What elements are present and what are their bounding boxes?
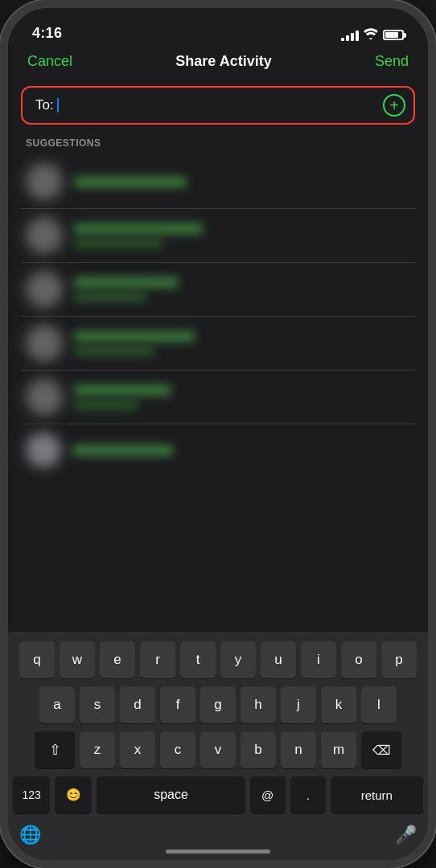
wifi-icon <box>364 28 378 42</box>
avatar <box>26 271 63 308</box>
key-k[interactable]: k <box>321 686 356 723</box>
to-label: To: <box>35 97 54 113</box>
at-key[interactable]: @ <box>250 776 286 813</box>
key-g[interactable]: g <box>200 686 236 723</box>
to-field[interactable]: To: <box>21 86 415 125</box>
text-cursor <box>57 98 59 113</box>
contact-name <box>74 277 179 288</box>
avatar <box>26 432 61 468</box>
key-y[interactable]: y <box>220 641 256 678</box>
to-field-container: To: + <box>21 86 415 125</box>
period-key[interactable]: . <box>290 776 326 813</box>
space-key[interactable]: space <box>97 776 245 813</box>
key-o[interactable]: o <box>341 641 376 678</box>
key-w[interactable]: w <box>60 641 95 678</box>
key-c[interactable]: c <box>160 731 195 768</box>
phone-inner: 4:16 Cancel Sh <box>8 8 428 860</box>
key-z[interactable]: z <box>80 731 115 768</box>
list-item[interactable] <box>21 371 415 424</box>
key-h[interactable]: h <box>241 686 276 723</box>
signal-bars-icon <box>341 30 359 41</box>
list-item[interactable] <box>21 209 415 263</box>
microphone-icon[interactable]: 🎤 <box>395 825 417 845</box>
list-item[interactable] <box>21 263 415 317</box>
contact-detail <box>74 239 162 248</box>
key-x[interactable]: x <box>120 731 155 768</box>
key-l[interactable]: l <box>361 686 397 723</box>
key-n[interactable]: n <box>281 731 316 768</box>
avatar <box>26 217 63 254</box>
avatar <box>26 325 63 362</box>
home-indicator <box>166 850 270 854</box>
contact-detail <box>74 346 154 355</box>
key-m[interactable]: m <box>321 731 356 768</box>
contact-name <box>74 331 195 342</box>
shift-key[interactable]: ⇧ <box>35 731 75 768</box>
add-recipient-button[interactable]: + <box>383 94 405 117</box>
numbers-key[interactable]: 123 <box>13 776 50 813</box>
suggestions-list <box>8 155 428 476</box>
key-s[interactable]: s <box>80 686 115 723</box>
keyboard-row-1: q w e r t y u i o p <box>13 641 423 678</box>
list-item[interactable] <box>21 317 415 371</box>
status-time: 4:16 <box>32 25 62 42</box>
delete-key[interactable]: ⌫ <box>361 731 401 768</box>
contact-name <box>72 445 173 456</box>
keyboard: q w e r t y u i o p a s d f g h j k <box>8 632 428 860</box>
status-icons <box>341 28 404 42</box>
send-button[interactable]: Send <box>375 53 409 70</box>
key-t[interactable]: t <box>180 641 216 678</box>
emoji-key[interactable]: 😊 <box>55 776 92 813</box>
contact-name <box>74 385 171 395</box>
keyboard-bottom: 🌐 🎤 <box>13 821 423 854</box>
phone-frame: 4:16 Cancel Sh <box>0 0 436 868</box>
key-p[interactable]: p <box>381 641 417 678</box>
return-key[interactable]: return <box>331 776 423 813</box>
avatar <box>26 379 63 416</box>
nav-bar: Cancel Share Activity Send <box>8 48 428 81</box>
contact-name <box>74 223 203 234</box>
notch <box>150 8 286 35</box>
contact-detail <box>74 400 138 409</box>
battery-icon <box>383 30 404 40</box>
avatar <box>26 163 63 200</box>
keyboard-row-2: a s d f g h j k l <box>13 686 423 723</box>
list-item[interactable] <box>21 424 415 476</box>
page-title: Share Activity <box>175 53 271 70</box>
list-item[interactable] <box>21 155 415 209</box>
key-d[interactable]: d <box>120 686 155 723</box>
key-v[interactable]: v <box>200 731 236 768</box>
key-u[interactable]: u <box>261 641 296 678</box>
keyboard-row-3: ⇧ z x c v b n m ⌫ <box>13 731 423 768</box>
keyboard-row-4: 123 😊 space @ . return <box>13 776 423 813</box>
suggestions-label: SUGGESTIONS <box>8 125 428 155</box>
key-q[interactable]: q <box>19 641 55 678</box>
cancel-button[interactable]: Cancel <box>27 53 72 70</box>
contact-name <box>74 177 187 187</box>
key-i[interactable]: i <box>301 641 336 678</box>
key-e[interactable]: e <box>100 641 135 678</box>
key-r[interactable]: r <box>140 641 175 678</box>
key-b[interactable]: b <box>241 731 276 768</box>
key-j[interactable]: j <box>281 686 316 723</box>
contact-detail <box>74 293 146 301</box>
globe-icon[interactable]: 🌐 <box>19 825 41 845</box>
key-a[interactable]: a <box>39 686 75 723</box>
key-f[interactable]: f <box>160 686 195 723</box>
